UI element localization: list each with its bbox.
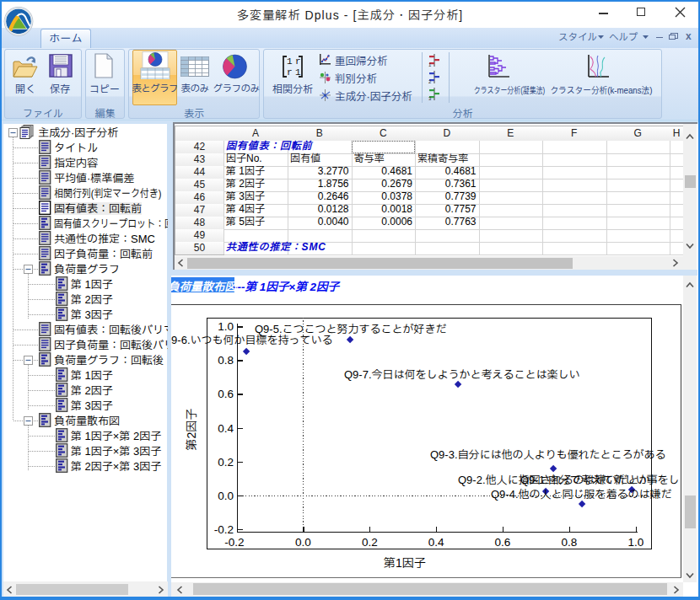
svg-text:r: r xyxy=(295,56,301,67)
svg-text:1: 1 xyxy=(287,56,293,67)
svg-text:1: 1 xyxy=(295,67,301,78)
svg-text:r: r xyxy=(287,67,293,78)
